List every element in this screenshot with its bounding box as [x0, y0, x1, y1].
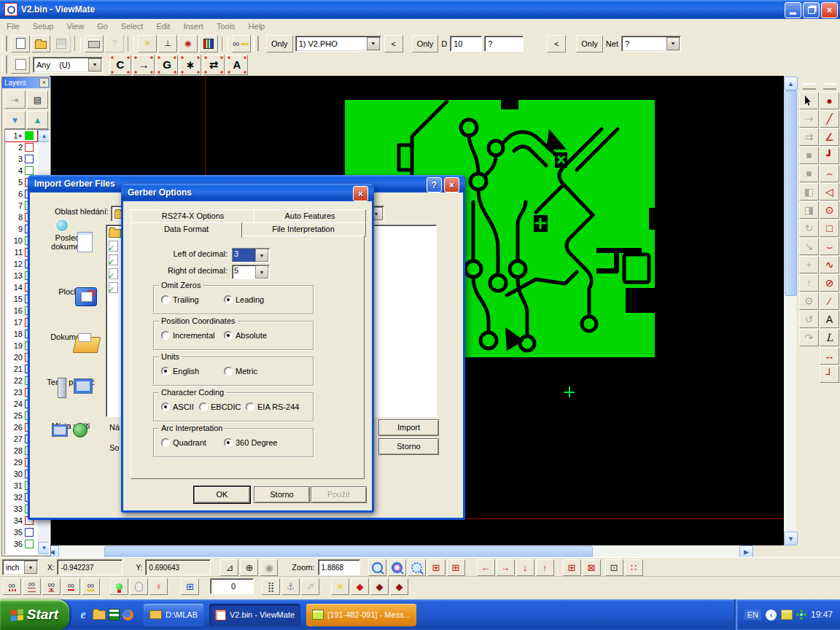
right-of-decimal-combo[interactable]: 5 ▼	[232, 265, 270, 279]
pan-up-icon[interactable]: ↑	[536, 559, 554, 576]
folder-icon[interactable]	[93, 610, 106, 620]
dcode-star-button[interactable]: ∗	[179, 55, 201, 75]
folder-icon[interactable]	[109, 229, 121, 238]
restore-button[interactable]	[803, 2, 820, 18]
radio-incremental[interactable]: Incremental	[161, 331, 214, 340]
aperture-filter-combo[interactable]: Any (U)▼	[33, 57, 103, 73]
highlight-flash-icon[interactable]: ✳	[138, 35, 157, 52]
icq-tray-icon[interactable]	[796, 610, 806, 620]
view-selection-icon[interactable]: ∞	[82, 578, 100, 595]
snap-grid-icon[interactable]: ⣿	[262, 578, 280, 595]
draw-text-icon[interactable]: A	[820, 311, 839, 328]
menu-insert[interactable]: Insert	[176, 20, 210, 32]
tab-file-interpretation[interactable]: File Interpretation	[241, 222, 366, 237]
select-window-icon[interactable]: ⊡	[605, 559, 623, 576]
pan-left-icon[interactable]: ←	[477, 559, 495, 576]
draw-pad-icon[interactable]: ●	[820, 92, 839, 109]
view-grid-icon[interactable]: ⊞	[427, 559, 446, 576]
left-of-decimal-combo[interactable]: 3 ▼	[232, 248, 270, 262]
tray-chevron-icon[interactable]: ‹	[766, 610, 777, 621]
step-repeat-icon[interactable]: ↑	[799, 274, 819, 292]
task-v2-bin-viewmate[interactable]: V2.bin - ViewMate	[209, 604, 300, 626]
layers-close-icon[interactable]: ×	[39, 78, 49, 88]
dialog-close-button[interactable]: ×	[353, 186, 368, 201]
canvas-vscrollbar[interactable]: ▲ ▼	[784, 77, 796, 545]
chevron-down-icon[interactable]: ▼	[88, 58, 101, 71]
place-my-computer[interactable]: Tento počítač	[40, 376, 101, 386]
only-net-button[interactable]: Only	[576, 35, 603, 52]
view-all-icon[interactable]: ⊞	[447, 559, 465, 576]
dialog-close-button[interactable]: ×	[444, 177, 459, 192]
scroll-down-icon[interactable]: ▼	[784, 532, 798, 545]
place-network-places[interactable]: Místa v síti	[40, 420, 101, 430]
origin-crosshair-icon[interactable]: ⊕	[240, 559, 258, 576]
draw-ellipse-icon[interactable]: ⊘	[820, 274, 839, 292]
zoom-grid-icon[interactable]	[388, 559, 406, 576]
radio-quadrant[interactable]: Quadrant	[161, 438, 206, 447]
tab-data-format[interactable]: Data Format	[131, 222, 242, 238]
prev-layer-button[interactable]: <	[384, 35, 403, 52]
chevron-down-icon[interactable]: ▼	[255, 249, 268, 262]
import-cancel-button[interactable]: Storno	[378, 438, 439, 455]
save-icon[interactable]	[52, 35, 71, 52]
firefox-icon[interactable]	[122, 610, 133, 621]
menu-go[interactable]: Go	[90, 20, 114, 32]
resize-icon[interactable]: ↘	[799, 238, 819, 255]
draw-triangle-icon[interactable]: ◁	[820, 183, 839, 201]
zoom-grid-in-icon[interactable]: ⊞	[563, 559, 581, 576]
gerber-cancel-button[interactable]: Storno	[254, 486, 310, 503]
redo-icon[interactable]: ↷	[799, 329, 819, 346]
draw-arc-point-icon[interactable]: ⌢	[820, 165, 839, 182]
zoom-in-icon[interactable]	[368, 559, 386, 576]
view-lines-icon[interactable]: ∞	[23, 578, 41, 595]
view-dcodes-icon[interactable]: ∞	[3, 578, 21, 595]
start-button[interactable]: Start	[0, 599, 69, 630]
checked-file-icon[interactable]: ✓	[109, 241, 118, 252]
rotate-icon[interactable]: ↻	[799, 219, 819, 237]
language-indicator[interactable]: EN	[744, 610, 761, 620]
draw-curve-icon[interactable]: ∿	[820, 256, 839, 273]
layer-row-35[interactable]: 35	[5, 526, 37, 538]
pad-small-icon[interactable]: ◆	[370, 578, 389, 595]
draw-slash-icon[interactable]: ∕	[820, 292, 839, 310]
minimize-button[interactable]	[785, 2, 801, 18]
zoom-grid-out-icon[interactable]: ⊠	[583, 559, 601, 576]
layer-colors-icon[interactable]	[199, 35, 218, 52]
menu-tools[interactable]: Tools	[210, 20, 242, 32]
snap-pad-icon[interactable]: ◉	[179, 35, 198, 52]
highlight-off-icon[interactable]	[130, 578, 148, 595]
measure-glasses-icon[interactable]: ∞	[232, 35, 251, 52]
only-dcode-button[interactable]: Only	[412, 35, 439, 52]
settings-gear-icon[interactable]: ⚙	[799, 292, 819, 310]
radio-metric[interactable]: Metric	[224, 367, 257, 376]
move-layer-down-icon[interactable]: ▼	[4, 111, 26, 129]
toolbar-grip[interactable]	[253, 36, 259, 52]
layer-color-swatch[interactable]	[25, 540, 34, 548]
draw-dimension-icon[interactable]: ↔	[820, 347, 839, 365]
new-file-icon[interactable]	[11, 35, 30, 52]
tile-windows-icon[interactable]: ⊞	[181, 578, 199, 595]
undo-icon[interactable]: ↺	[799, 311, 819, 328]
draw-corner-icon[interactable]: ┛	[820, 147, 839, 164]
dcode-g-button[interactable]: G	[156, 55, 178, 75]
context-help-icon[interactable]: ?	[105, 35, 124, 52]
radio-english[interactable]: English	[161, 367, 199, 376]
radio-eia-rs-244[interactable]: EIA RS-244	[246, 402, 299, 411]
chevron-down-icon[interactable]: ▼	[255, 265, 268, 279]
dcode-wildcard-input[interactable]: ?	[484, 36, 524, 52]
notes-tray-icon[interactable]	[781, 610, 793, 620]
dcode-arrow-button[interactable]: →	[133, 55, 155, 75]
flash-bright-icon[interactable]: ✳	[331, 578, 349, 595]
radio-ebcdic[interactable]: EBCDIC	[199, 402, 241, 411]
chevron-down-icon[interactable]: ▼	[666, 37, 680, 50]
pan-down-icon[interactable]: ↓	[516, 559, 534, 576]
pan-right-icon[interactable]: →	[497, 559, 515, 576]
plumb-tool-icon[interactable]: ⊥	[158, 35, 177, 52]
task-d-mlab[interactable]: D:\MLAB	[144, 604, 203, 626]
ok-button[interactable]: OK	[194, 486, 250, 503]
radio-absolute[interactable]: Absolute	[224, 331, 267, 340]
layers-scroll-up-icon[interactable]: ▲	[38, 130, 50, 142]
fill-square-alt-icon[interactable]: ■	[799, 165, 819, 182]
vscroll-thumb[interactable]	[785, 90, 797, 296]
layer-color-swatch[interactable]	[25, 143, 34, 152]
